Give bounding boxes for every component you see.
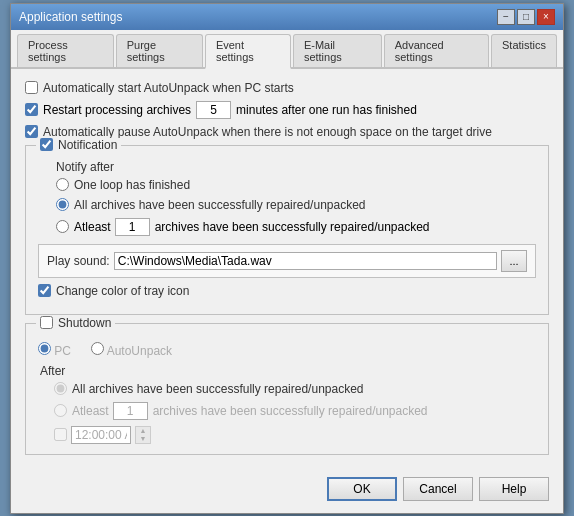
time-down-button[interactable]: ▼ <box>136 435 150 443</box>
shutdown-atleast-input[interactable] <box>113 402 148 420</box>
tab-statistics[interactable]: Statistics <box>491 34 557 67</box>
settings-content: Automatically start AutoUnpack when PC s… <box>11 69 563 467</box>
auto-pause-checkbox[interactable] <box>25 125 38 138</box>
restart-checkbox[interactable] <box>25 103 38 116</box>
tab-event-settings[interactable]: Event settings <box>205 34 291 69</box>
all-archives-row: All archives have been successfully repa… <box>56 198 536 212</box>
sound-row: Play sound: ... <box>38 244 536 278</box>
time-input[interactable] <box>71 426 131 444</box>
shutdown-atleast-row: Atleast archives have been successfully … <box>54 402 536 420</box>
change-color-label: Change color of tray icon <box>38 284 189 298</box>
all-archives-radio[interactable] <box>56 198 69 211</box>
one-loop-label: One loop has finished <box>56 178 190 192</box>
pc-label: PC <box>38 342 71 358</box>
auto-pause-label: Automatically pause AutoUnpack when ther… <box>25 125 492 139</box>
pc-radio[interactable] <box>38 342 51 355</box>
shutdown-legend: Shutdown <box>36 316 115 330</box>
atleast-radio[interactable] <box>56 220 69 233</box>
restart-minutes-input[interactable] <box>196 101 231 119</box>
one-loop-radio[interactable] <box>56 178 69 191</box>
shutdown-atleast-radio[interactable] <box>54 404 67 417</box>
ok-button[interactable]: OK <box>327 477 397 501</box>
time-row: ▲ ▼ <box>54 426 536 444</box>
shutdown-after-options: All archives have been successfully repa… <box>54 382 536 444</box>
title-bar-controls: − □ × <box>497 9 555 25</box>
close-button[interactable]: × <box>537 9 555 25</box>
shutdown-group: Shutdown PC AutoUnpack After All archive… <box>25 323 549 455</box>
all-archives-label: All archives have been successfully repa… <box>56 198 366 212</box>
shutdown-all-archives-label: All archives have been successfully repa… <box>54 382 364 396</box>
notify-after-label: Notify after <box>56 160 536 174</box>
window-title: Application settings <box>19 10 122 24</box>
change-color-checkbox[interactable] <box>38 284 51 297</box>
auto-pause-row: Automatically pause AutoUnpack when ther… <box>25 125 549 139</box>
time-checkbox[interactable] <box>54 428 67 441</box>
shutdown-all-archives-row: All archives have been successfully repa… <box>54 382 536 396</box>
notify-options: One loop has finished All archives have … <box>56 178 536 236</box>
one-loop-row: One loop has finished <box>56 178 536 192</box>
notification-group: Notification Notify after One loop has f… <box>25 145 549 315</box>
maximize-button[interactable]: □ <box>517 9 535 25</box>
after-label: After <box>40 364 536 378</box>
sound-path-input[interactable] <box>114 252 497 270</box>
tab-process-settings[interactable]: Process settings <box>17 34 114 67</box>
title-bar: Application settings − □ × <box>11 4 563 30</box>
browse-button[interactable]: ... <box>501 250 527 272</box>
shutdown-checkbox[interactable] <box>40 316 53 329</box>
auto-start-checkbox[interactable] <box>25 81 38 94</box>
auto-unpack-radio[interactable] <box>91 342 104 355</box>
tab-email-settings[interactable]: E-Mail settings <box>293 34 382 67</box>
help-button[interactable]: Help <box>479 477 549 501</box>
tab-advanced-settings[interactable]: Advanced settings <box>384 34 489 67</box>
play-sound-label: Play sound: <box>47 254 110 268</box>
atleast-input[interactable] <box>115 218 150 236</box>
minimize-button[interactable]: − <box>497 9 515 25</box>
cancel-button[interactable]: Cancel <box>403 477 473 501</box>
shutdown-all-archives-radio[interactable] <box>54 382 67 395</box>
notification-checkbox[interactable] <box>40 138 53 151</box>
tab-bar: Process settings Purge settings Event se… <box>11 30 563 69</box>
time-spinner: ▲ ▼ <box>135 426 151 444</box>
application-window: Application settings − □ × Process setti… <box>10 3 564 514</box>
time-up-button[interactable]: ▲ <box>136 427 150 435</box>
restart-row: Restart processing archives minutes afte… <box>25 101 549 119</box>
auto-start-label: Automatically start AutoUnpack when PC s… <box>25 81 294 95</box>
change-color-row: Change color of tray icon <box>38 284 536 298</box>
atleast-row: Atleast archives have been successfully … <box>56 218 536 236</box>
notification-legend: Notification <box>36 138 121 152</box>
auto-unpack-label: AutoUnpack <box>91 342 172 358</box>
tab-purge-settings[interactable]: Purge settings <box>116 34 203 67</box>
dialog-buttons: OK Cancel Help <box>11 467 563 513</box>
auto-start-row: Automatically start AutoUnpack when PC s… <box>25 81 549 95</box>
